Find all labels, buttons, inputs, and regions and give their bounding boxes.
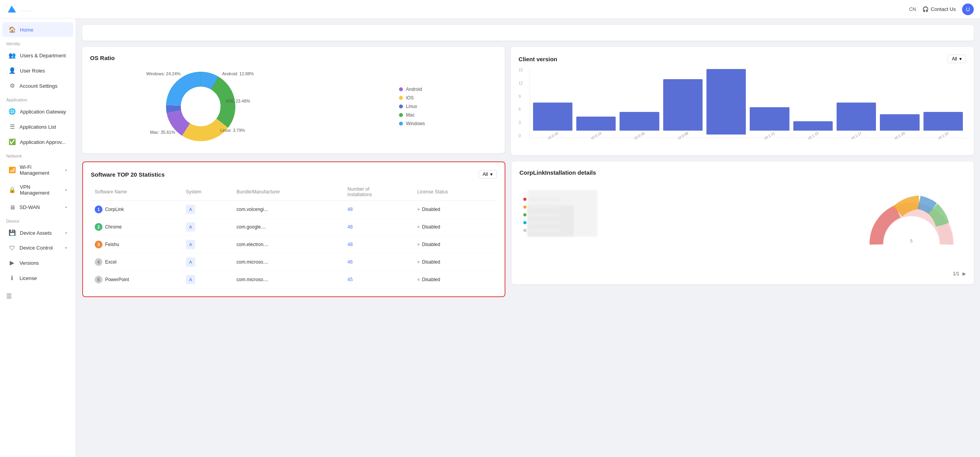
bar-v2016-label: v2.0.16	[634, 131, 646, 140]
corplink-dot-4	[523, 221, 526, 224]
software-top20-card: Software TOP 20 Statistics All ▾ Softwar…	[82, 161, 505, 297]
sidebar-item-user-roles[interactable]: 👤 User Roles	[2, 63, 73, 78]
vpn-icon: 🔒	[9, 186, 16, 193]
installs-link-1[interactable]: 48	[348, 207, 353, 212]
os-ratio-title: OS Ratio	[90, 55, 497, 61]
col-bundle: Bundle/Manufacturer	[233, 183, 344, 201]
installs-link-2[interactable]: 48	[348, 224, 353, 230]
sidebar-collapse-button[interactable]: ☰	[0, 289, 76, 304]
row5-installs: 45	[344, 271, 413, 289]
corplink-legend	[523, 198, 560, 232]
language-selector[interactable]: CN	[909, 7, 916, 12]
sidebar-item-device-control[interactable]: 🛡 Device Control ▾	[2, 241, 73, 255]
corplink-pagination: 1/1 ▶	[519, 268, 966, 276]
os-ratio-card: OS Ratio	[82, 47, 505, 153]
software-dropdown[interactable]: All ▾	[479, 170, 497, 179]
sdwan-chevron-icon: ▾	[65, 205, 67, 209]
row5-bundle: com.microso....	[233, 271, 344, 289]
row5-name: 5 PowerPoint	[91, 271, 182, 289]
col-installs: Number ofinstallations	[344, 183, 413, 201]
bar-v2010-rect	[533, 103, 572, 131]
row1-status: Disabled	[413, 201, 497, 218]
client-version-header: Client version All ▾	[519, 55, 966, 63]
corplink-label-blur-5	[529, 229, 560, 232]
sidebar-item-sdwan[interactable]: 🖥 SD-WAN ▾	[2, 200, 73, 214]
topnav-right-area: CN 🎧 Contact Us U	[909, 4, 974, 15]
ios-label: iOS: 23.48%	[226, 99, 250, 103]
menu-icon: ☰	[6, 293, 12, 299]
y-axis: 15 12 9 6 3 0	[519, 68, 523, 138]
sidebar-device-assets-label: Device Assets	[20, 230, 52, 236]
status-badge-4: Disabled	[417, 259, 493, 265]
installs-link-5[interactable]: 45	[348, 277, 353, 282]
sdwan-icon: 🖥	[9, 204, 16, 211]
col-system: System	[182, 183, 233, 201]
bar-v2099-label: v2.0.99	[677, 131, 689, 140]
y-label-9: 9	[519, 94, 523, 99]
row1-system: A	[182, 201, 233, 218]
sidebar-item-account-settings[interactable]: ⚙ Account Settings	[2, 78, 73, 93]
top-navigation: ....... CN 🎧 Contact Us U	[0, 0, 980, 19]
corplink-title: CorpLinkInstallation details	[519, 169, 966, 176]
bar-v2111-rect	[750, 107, 789, 131]
sidebar-item-device-assets[interactable]: 💾 Device Assets ▾	[2, 225, 73, 240]
user-avatar[interactable]: U	[962, 4, 974, 15]
sidebar-item-license[interactable]: ℹ License	[2, 271, 73, 285]
sidebar-item-app-approval[interactable]: ✅ Application Approv...	[2, 135, 73, 149]
y-label-12: 12	[519, 81, 523, 85]
apps-list-icon: ☰	[9, 123, 16, 130]
contact-us-button[interactable]: 🎧 Contact Us	[922, 6, 956, 12]
table-row: 2 Chrome A com.google.... 48	[91, 218, 497, 236]
sidebar-versions-label: Versions	[19, 260, 39, 266]
bars-container: v2.0.10 v2.0.13 v2.0.16 v2.0.99	[530, 68, 966, 138]
main-layout: 🏠 Home Identity 👥 Users & Department 👤 U…	[0, 19, 980, 457]
row2-system: A	[182, 218, 233, 236]
sidebar-account-settings-label: Account Settings	[19, 83, 58, 89]
user-roles-icon: 👤	[9, 67, 16, 74]
bar-v2099-rect	[663, 79, 703, 131]
device-assets-icon: 💾	[9, 229, 16, 236]
status-label-2: Disabled	[422, 224, 440, 230]
client-version-dropdown[interactable]: All ▾	[948, 55, 966, 63]
sidebar-section-network: Network	[0, 150, 76, 160]
donut-chart-wrapper: Android: 12.88% iOS: 23.48% Linux: 3.79%…	[162, 67, 255, 145]
corplink-card: CorpLinkInstallation details	[512, 161, 974, 284]
row1-name: 1 CorpLink	[91, 201, 182, 218]
sidebar-item-users-dept[interactable]: 👥 Users & Department	[2, 48, 73, 63]
row5-status: Disabled	[413, 271, 497, 289]
sidebar-item-versions[interactable]: ▶ Versions	[2, 255, 73, 270]
corplink-legend-item-4	[523, 221, 560, 224]
installs-link-3[interactable]: 48	[348, 242, 353, 247]
software-dropdown-chevron-icon: ▾	[490, 172, 493, 177]
status-label-4: Disabled	[422, 259, 440, 265]
wifi-icon: 📶	[9, 167, 16, 174]
sidebar-home-label: Home	[20, 27, 34, 33]
installs-link-4[interactable]: 46	[348, 259, 353, 265]
bar-v2122-rect	[923, 112, 963, 131]
svg-text:5: 5	[910, 239, 913, 243]
row3-name: 3 Feishu	[91, 236, 182, 253]
sidebar-item-vpn[interactable]: 🔒 VPN Management ▾	[2, 180, 73, 200]
sidebar-item-wifi[interactable]: 📶 Wi-Fi Management ▾	[2, 160, 73, 180]
sidebar-item-apps-list[interactable]: ☰ Applications List	[2, 119, 73, 134]
sidebar-item-app-gateway[interactable]: 🌐 Application Gateway	[2, 104, 73, 119]
linux-legend-label: Linux	[406, 104, 417, 109]
mac-dot	[399, 113, 403, 117]
bar-v2122-label: v2.1.22	[937, 131, 949, 140]
linux-label: Linux: 3.79%	[220, 128, 245, 133]
sidebar-item-home[interactable]: 🏠 Home	[2, 22, 73, 37]
sidebar-license-label: License	[19, 275, 37, 281]
corplink-label-blur-4	[529, 221, 560, 224]
legend-mac: Mac	[399, 112, 425, 118]
corplink-legend-item-3	[523, 213, 560, 216]
bar-v2122: v2.1.22	[923, 112, 963, 138]
bar-v2117-label: v2.1.17	[850, 131, 862, 140]
corplink-label-blur-2	[529, 205, 560, 209]
col-software-name: Software Name	[91, 183, 182, 201]
bar-v2013-label: v2.0.13	[590, 131, 602, 140]
software-top20-title: Software TOP 20 Statistics	[91, 171, 165, 178]
windows-label: Windows: 24.24%	[146, 71, 180, 76]
bar-v2117-rect	[837, 103, 876, 131]
next-page-arrow[interactable]: ▶	[962, 271, 966, 276]
client-version-dropdown-label: All	[952, 56, 957, 62]
